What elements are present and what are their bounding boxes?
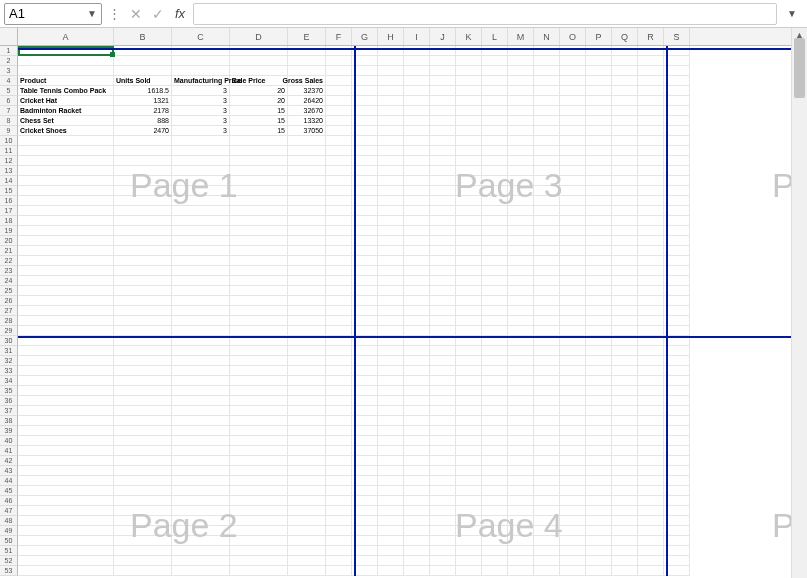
cell[interactable] [560, 216, 586, 226]
cell[interactable] [172, 306, 230, 316]
cell[interactable] [326, 516, 352, 526]
cell[interactable] [114, 246, 172, 256]
cell[interactable] [172, 166, 230, 176]
cell[interactable] [560, 526, 586, 536]
cell[interactable] [378, 436, 404, 446]
cell[interactable] [18, 136, 114, 146]
cell[interactable] [230, 56, 288, 66]
cell[interactable] [326, 556, 352, 566]
cell[interactable] [114, 556, 172, 566]
cell[interactable] [586, 246, 612, 256]
cell[interactable] [430, 496, 456, 506]
cell[interactable] [534, 66, 560, 76]
cell[interactable] [534, 206, 560, 216]
cell[interactable] [288, 136, 326, 146]
cell[interactable] [560, 366, 586, 376]
cell[interactable] [482, 76, 508, 86]
cell[interactable] [586, 276, 612, 286]
cell[interactable] [560, 306, 586, 316]
cell[interactable] [638, 566, 664, 576]
cell[interactable] [612, 446, 638, 456]
cell[interactable] [508, 106, 534, 116]
cell[interactable] [326, 426, 352, 436]
cell[interactable] [288, 406, 326, 416]
cell[interactable] [560, 196, 586, 206]
row-header[interactable]: 38 [0, 416, 18, 426]
cell[interactable] [404, 276, 430, 286]
cell[interactable] [508, 166, 534, 176]
cell[interactable] [638, 186, 664, 196]
cell[interactable] [560, 236, 586, 246]
cell[interactable] [638, 236, 664, 246]
cell[interactable]: 26420 [288, 96, 326, 106]
row-header[interactable]: 11 [0, 146, 18, 156]
cell[interactable] [404, 516, 430, 526]
cell[interactable] [404, 176, 430, 186]
cell[interactable] [612, 186, 638, 196]
cell[interactable] [560, 356, 586, 366]
cell[interactable] [378, 546, 404, 556]
cell[interactable] [404, 396, 430, 406]
cell[interactable] [482, 426, 508, 436]
cell[interactable] [456, 96, 482, 106]
cell[interactable] [18, 306, 114, 316]
cell[interactable] [430, 186, 456, 196]
cell[interactable] [378, 76, 404, 86]
cell[interactable] [612, 136, 638, 146]
cell[interactable] [378, 286, 404, 296]
cell[interactable] [378, 176, 404, 186]
chevron-down-icon[interactable]: ▼ [781, 8, 803, 19]
column-header[interactable]: E [288, 28, 326, 45]
cell[interactable] [326, 416, 352, 426]
cell[interactable] [172, 516, 230, 526]
cell[interactable] [404, 356, 430, 366]
cell[interactable] [612, 356, 638, 366]
cell[interactable] [586, 466, 612, 476]
cell[interactable] [482, 56, 508, 66]
cell[interactable] [612, 376, 638, 386]
cell[interactable] [508, 96, 534, 106]
cell[interactable] [456, 436, 482, 446]
cell[interactable] [378, 476, 404, 486]
cell[interactable] [534, 496, 560, 506]
cell[interactable] [326, 86, 352, 96]
cell[interactable] [18, 456, 114, 466]
cell[interactable] [230, 156, 288, 166]
fx-icon[interactable]: fx [171, 6, 189, 21]
cell[interactable] [638, 416, 664, 426]
row-header[interactable]: 9 [0, 126, 18, 136]
cell[interactable] [172, 236, 230, 246]
cell[interactable] [404, 256, 430, 266]
cell[interactable] [430, 486, 456, 496]
cell[interactable] [230, 256, 288, 266]
cell[interactable] [482, 196, 508, 206]
row-header[interactable]: 37 [0, 406, 18, 416]
cell[interactable] [560, 96, 586, 106]
cell[interactable] [456, 86, 482, 96]
cell[interactable] [378, 386, 404, 396]
cell[interactable] [378, 96, 404, 106]
cell[interactable] [404, 416, 430, 426]
cell[interactable] [288, 226, 326, 236]
cell[interactable] [534, 86, 560, 96]
cell[interactable] [482, 296, 508, 306]
cell[interactable] [638, 546, 664, 556]
cell[interactable] [172, 186, 230, 196]
cell[interactable] [172, 316, 230, 326]
cell[interactable] [18, 246, 114, 256]
cell[interactable] [114, 496, 172, 506]
cell[interactable] [230, 356, 288, 366]
cell[interactable] [456, 486, 482, 496]
cell[interactable] [612, 426, 638, 436]
cell[interactable] [18, 146, 114, 156]
cell[interactable] [326, 266, 352, 276]
cell[interactable] [404, 446, 430, 456]
cell[interactable] [534, 136, 560, 146]
cell[interactable] [404, 186, 430, 196]
cell[interactable] [288, 346, 326, 356]
cell[interactable] [456, 366, 482, 376]
cell[interactable] [508, 86, 534, 96]
cell[interactable] [404, 126, 430, 136]
cell[interactable] [508, 226, 534, 236]
cell[interactable] [482, 496, 508, 506]
